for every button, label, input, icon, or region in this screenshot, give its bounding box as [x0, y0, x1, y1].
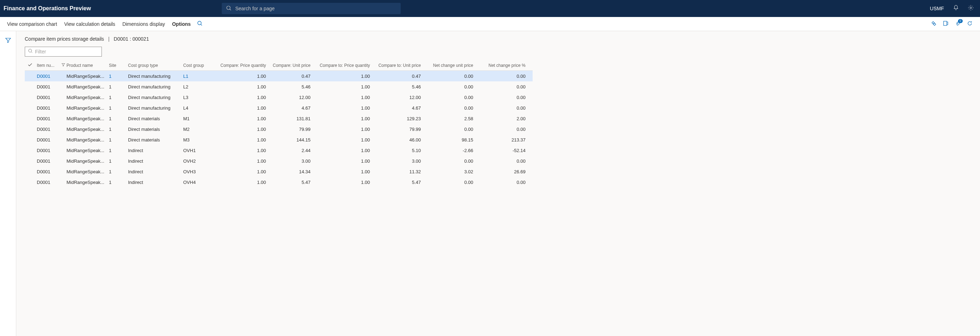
cell-site[interactable]: 1 — [109, 73, 128, 79]
cell-product: MidRangeSpeak... — [67, 95, 109, 100]
cmd-refresh[interactable] — [964, 19, 975, 29]
table-row[interactable]: D0001MidRangeSpeak...1Direct manufacturi… — [25, 103, 533, 113]
cell-site[interactable]: 1 — [109, 127, 128, 132]
table-row[interactable]: D0001MidRangeSpeak...1Direct manufacturi… — [25, 81, 533, 92]
cmd-view-mode[interactable] — [928, 19, 939, 29]
cell-ncup: 0.00 — [426, 105, 479, 111]
cmd-view-chart[interactable]: View comparison chart — [3, 19, 60, 29]
hdr-ctup[interactable]: Compare to: Unit price — [375, 63, 426, 68]
cmd-open-excel[interactable] — [940, 19, 951, 29]
cell-site[interactable]: 1 — [109, 180, 128, 185]
col-select-all[interactable] — [25, 62, 35, 68]
filter-pane-toggle[interactable] — [2, 35, 14, 48]
hdr-cg[interactable]: Cost group — [183, 63, 219, 68]
global-search[interactable]: Search for a page — [222, 3, 401, 14]
cell-cg[interactable]: OVH2 — [183, 158, 219, 164]
cell-cg[interactable]: M1 — [183, 116, 219, 121]
search-icon — [28, 48, 35, 55]
cell-cg[interactable]: L1 — [183, 73, 219, 79]
cell-ctpq: 1.00 — [316, 84, 375, 89]
cell-ncup: 3.02 — [426, 169, 479, 174]
cmd-view-calc[interactable]: View calculation details — [60, 19, 119, 29]
cmd-find[interactable] — [194, 18, 205, 29]
hdr-product[interactable]: Product name — [67, 63, 109, 68]
hdr-ctpq[interactable]: Compare to: Price quantity — [316, 63, 375, 68]
table-row[interactable]: D0001MidRangeSpeak...1IndirectOVH31.0014… — [25, 166, 533, 177]
cell-product: MidRangeSpeak... — [67, 158, 109, 164]
hdr-cup[interactable]: Compare: Unit price — [272, 63, 316, 68]
table-row[interactable]: D0001MidRangeSpeak...1Direct materialsM1… — [25, 113, 533, 124]
cell-ctpq: 1.00 — [316, 137, 375, 143]
cell-cg[interactable]: OVH4 — [183, 180, 219, 185]
hdr-cpq[interactable]: Compare: Price quantity — [219, 63, 272, 68]
cell-site[interactable]: 1 — [109, 84, 128, 89]
hdr-filter[interactable] — [60, 63, 67, 68]
cell-site[interactable]: 1 — [109, 116, 128, 121]
cell-item[interactable]: D0001 — [35, 84, 60, 89]
quick-filter[interactable] — [25, 47, 102, 57]
table-row[interactable]: D0001MidRangeSpeak...1IndirectOVH11.002.… — [25, 145, 533, 156]
cell-item[interactable]: D0001 — [35, 158, 60, 164]
table-row[interactable]: D0001MidRangeSpeak...1IndirectOVH21.003.… — [25, 156, 533, 166]
hdr-ncup[interactable]: Net change unit price — [426, 63, 479, 68]
cell-item[interactable]: D0001 — [35, 127, 60, 132]
cell-item[interactable]: D0001 — [35, 148, 60, 153]
cell-site[interactable]: 1 — [109, 105, 128, 111]
cell-ctup: 4.67 — [375, 105, 426, 111]
cell-product: MidRangeSpeak... — [67, 169, 109, 174]
cell-item[interactable]: D0001 — [35, 95, 60, 100]
table-row[interactable]: D0001MidRangeSpeak...1Direct materialsM2… — [25, 124, 533, 134]
table-row[interactable]: D0001MidRangeSpeak...1Direct manufacturi… — [25, 71, 533, 81]
cell-cg[interactable]: L4 — [183, 105, 219, 111]
cell-site[interactable]: 1 — [109, 148, 128, 153]
check-icon — [28, 63, 33, 68]
bell-icon — [953, 5, 959, 13]
cell-ctup: 5.47 — [375, 180, 426, 185]
company-picker[interactable]: USMF — [926, 6, 947, 11]
cell-cup: 14.34 — [272, 169, 316, 174]
cell-cg[interactable]: OVH3 — [183, 169, 219, 174]
cell-ncup: 0.00 — [426, 84, 479, 89]
cell-site[interactable]: 1 — [109, 137, 128, 143]
hdr-ncpp[interactable]: Net change price % — [479, 63, 531, 68]
cell-cup: 5.47 — [272, 180, 316, 185]
quick-filter-input[interactable] — [35, 49, 99, 54]
cell-cg[interactable]: L3 — [183, 95, 219, 100]
cell-item[interactable]: D0001 — [35, 180, 60, 185]
cell-ncpp: 2.00 — [479, 116, 531, 121]
cell-item[interactable]: D0001 — [35, 116, 60, 121]
hdr-site[interactable]: Site — [109, 63, 128, 68]
grid-header-row: Item nu... Product name Site Cost group … — [25, 60, 533, 71]
cell-ctpq: 1.00 — [316, 73, 375, 79]
table-row[interactable]: D0001MidRangeSpeak...1Direct materialsM3… — [25, 134, 533, 145]
table-row[interactable]: D0001MidRangeSpeak...1Direct manufacturi… — [25, 92, 533, 103]
cmd-dimensions[interactable]: Dimensions display — [119, 19, 169, 29]
cell-ctup: 79.99 — [375, 127, 426, 132]
hdr-item[interactable]: Item nu... — [35, 63, 60, 68]
svg-point-3 — [198, 21, 201, 25]
cell-item[interactable]: D0001 — [35, 169, 60, 174]
hdr-cgt[interactable]: Cost group type — [128, 63, 183, 68]
cell-cgt: Direct manufacturing — [128, 84, 183, 89]
cell-site[interactable]: 1 — [109, 95, 128, 100]
settings-button[interactable] — [964, 0, 977, 17]
cell-ncup: 0.00 — [426, 73, 479, 79]
cell-item[interactable]: D0001 — [35, 105, 60, 111]
cell-cg[interactable]: M2 — [183, 127, 219, 132]
cell-cg[interactable]: OVH1 — [183, 148, 219, 153]
cmd-attachments[interactable]: 0 — [952, 19, 963, 29]
cmd-options[interactable]: Options — [169, 19, 194, 29]
cell-cgt: Direct manufacturing — [128, 73, 183, 79]
table-row[interactable]: D0001MidRangeSpeak...1IndirectOVH41.005.… — [25, 177, 533, 188]
cell-cg[interactable]: M3 — [183, 137, 219, 143]
cell-site[interactable]: 1 — [109, 158, 128, 164]
svg-line-1 — [230, 9, 231, 10]
cell-product: MidRangeSpeak... — [67, 116, 109, 121]
funnel-icon — [61, 63, 65, 68]
cell-site[interactable]: 1 — [109, 169, 128, 174]
cell-cg[interactable]: L2 — [183, 84, 219, 89]
cell-ncpp: 26.69 — [479, 169, 531, 174]
cell-item[interactable]: D0001 — [35, 137, 60, 143]
notifications-button[interactable] — [950, 0, 963, 17]
cell-item[interactable]: D0001 — [35, 73, 60, 79]
